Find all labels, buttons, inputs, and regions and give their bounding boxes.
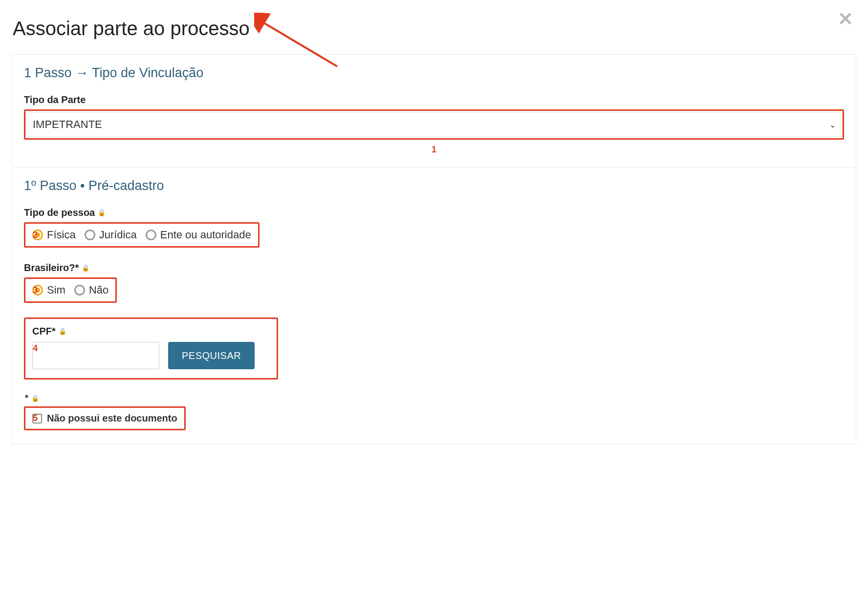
lock-icon: 🔒 [98, 209, 106, 216]
radio-nao-label: Não [89, 284, 108, 296]
annotation-3: 3 [33, 285, 38, 295]
tipo-parte-label-text: Tipo da Parte [24, 94, 86, 106]
radio-nao[interactable]: Não [74, 284, 108, 296]
tipo-parte-label: Tipo da Parte [24, 94, 844, 106]
cpf-block: CPF* 🔒 PESQUISAR [24, 317, 278, 380]
lock-icon: 🔒 [82, 264, 89, 272]
step1-title: 1 Passo → Tipo de Vinculação [24, 65, 844, 81]
no-doc-star: * 🔒 [25, 393, 844, 403]
brasileiro-label-text: Brasileiro?* [24, 262, 79, 274]
radio-fisica-label: Física [47, 229, 76, 241]
lock-icon: 🔒 [59, 328, 66, 335]
annotation-2: 2 [33, 230, 38, 240]
pesquisar-button[interactable]: PESQUISAR [168, 342, 255, 369]
tipo-pessoa-label: Tipo de pessoa 🔒 [24, 207, 844, 218]
no-doc-checkbox-wrap[interactable]: Não possui este documento [24, 406, 186, 430]
radio-fisica[interactable]: Física [32, 229, 76, 241]
tipo-pessoa-radio-group: Física Jurídica Ente ou autoridade [24, 222, 260, 248]
radio-juridica[interactable]: Jurídica [85, 229, 137, 241]
radio-ente-label: Ente ou autoridade [160, 229, 251, 241]
cpf-input[interactable] [32, 342, 159, 369]
no-doc-label: Não possui este documento [47, 413, 177, 424]
annotation-4: 4 [33, 343, 38, 354]
radio-ente[interactable]: Ente ou autoridade [146, 229, 251, 241]
no-doc-star-text: * [25, 393, 28, 403]
cpf-label-text: CPF* [32, 326, 56, 337]
annotation-5: 5 [33, 413, 38, 423]
step2-title: 1º Passo • Pré-cadastro [24, 178, 844, 193]
lock-icon: 🔒 [31, 395, 39, 402]
close-icon[interactable]: ✕ [838, 10, 853, 28]
radio-icon [74, 285, 85, 295]
radio-sim-label: Sim [47, 284, 65, 296]
modal-title: Associar parte ao processo [13, 18, 856, 40]
radio-icon [146, 230, 156, 240]
tipo-pessoa-label-text: Tipo de pessoa [24, 207, 95, 218]
brasileiro-radio-group: Sim Não [24, 277, 117, 303]
radio-juridica-label: Jurídica [99, 229, 137, 241]
annotation-1: 1 [432, 145, 436, 155]
brasileiro-label: Brasileiro?* 🔒 [24, 262, 844, 274]
radio-icon [85, 230, 95, 240]
tipo-parte-select-wrap: IMPETRANTE ⌄ [24, 109, 844, 140]
tipo-parte-select[interactable]: IMPETRANTE [25, 112, 843, 137]
cpf-label: CPF* 🔒 [32, 326, 270, 337]
